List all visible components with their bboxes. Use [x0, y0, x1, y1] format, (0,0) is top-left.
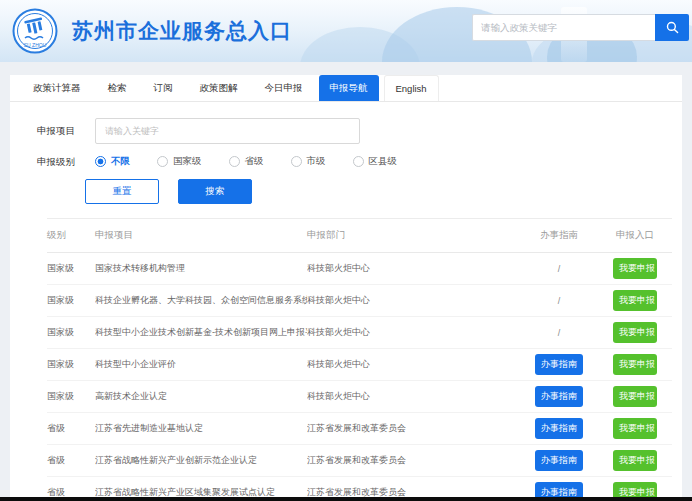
level-radio[interactable]: 国家级: [157, 155, 202, 168]
apply-cell: 我要申报: [598, 290, 672, 311]
reset-button[interactable]: 重置: [85, 179, 159, 204]
apply-cell: 我要申报: [598, 482, 672, 497]
tab-item[interactable]: 今日申报: [254, 75, 314, 101]
filter-form: 申报项目 申报级别 不限国家级省级市级区县级 重置 搜索: [10, 102, 682, 218]
table-row: 国家级高新技术企业认定科技部火炬中心办事指南我要申报: [47, 381, 672, 413]
department-cell: 科技部火炬中心: [307, 262, 520, 275]
radio-label: 国家级: [173, 155, 202, 168]
table-row: 国家级科技型中小企业技术创新基金-技术创新项目网上申报平台科技部火炬中心/我要申…: [47, 317, 672, 349]
guide-button[interactable]: 办事指南: [535, 354, 583, 375]
level-cell: 省级: [47, 486, 95, 497]
search-button[interactable]: 搜索: [178, 179, 252, 204]
column-header: 办事指南: [520, 229, 598, 242]
radio-label: 省级: [245, 155, 264, 168]
project-keyword-input[interactable]: [95, 118, 360, 144]
bottom-edge: [0, 497, 692, 501]
logo-caption: SU ZHOU: [24, 42, 47, 48]
project-cell: 江苏省战略性新兴产业区域集聚发展试点认定: [95, 486, 307, 497]
apply-button[interactable]: 我要申报: [613, 258, 657, 279]
guide-cell: 办事指南: [520, 354, 598, 375]
project-cell: 科技型中小企业评价: [95, 358, 307, 371]
apply-cell: 我要申报: [598, 386, 672, 407]
table-row: 省级江苏省战略性新兴产业区域集聚发展试点认定江苏省发展和改革委员会办事指南我要申…: [47, 477, 672, 497]
site-title: 苏州市企业服务总入口: [72, 17, 292, 45]
level-radio[interactable]: 区县级: [353, 155, 398, 168]
apply-cell: 我要申报: [598, 450, 672, 471]
tab-item[interactable]: English: [384, 75, 439, 101]
guide-button[interactable]: 办事指南: [535, 450, 583, 471]
search-icon: [666, 21, 679, 34]
department-cell: 江苏省发展和改革委员会: [307, 486, 520, 497]
guide-button[interactable]: 办事指南: [535, 418, 583, 439]
column-header: 级别: [47, 229, 95, 242]
table-row: 国家级科技企业孵化器、大学科技园、众创空间信息服务系统科技部火炬中心/我要申报: [47, 285, 672, 317]
tab-item[interactable]: 政策图解: [189, 75, 249, 101]
radio-icon: [95, 156, 106, 167]
level-cell: 国家级: [47, 358, 95, 371]
apply-button[interactable]: 我要申报: [613, 290, 657, 311]
project-cell: 国家技术转移机构管理: [95, 262, 307, 275]
department-cell: 江苏省发展和改革委员会: [307, 454, 520, 467]
department-cell: 科技部火炬中心: [307, 294, 520, 307]
project-cell: 科技企业孵化器、大学科技园、众创空间信息服务系统: [95, 294, 307, 307]
apply-cell: 我要申报: [598, 354, 672, 375]
level-cell: 省级: [47, 454, 95, 467]
table-row: 省级江苏省先进制造业基地认定江苏省发展和改革委员会办事指南我要申报: [47, 413, 672, 445]
tab-item[interactable]: 检索: [97, 75, 138, 101]
guide-cell: 办事指南: [520, 450, 598, 471]
radio-icon: [353, 156, 364, 167]
tab-item[interactable]: 政策计算器: [22, 75, 92, 101]
project-cell: 高新技术企业认定: [95, 390, 307, 403]
project-cell: 科技型中小企业技术创新基金-技术创新项目网上申报平台: [95, 326, 307, 339]
header-spacer: [0, 62, 692, 75]
apply-button[interactable]: 我要申报: [613, 482, 657, 497]
content-card: 政策计算器检索订阅政策图解今日申报申报导航English 申报项目 申报级别 不…: [10, 75, 682, 497]
tab-bar: 政策计算器检索订阅政策图解今日申报申报导航English: [10, 75, 682, 102]
no-guide-text: /: [558, 264, 561, 274]
radio-icon: [157, 156, 168, 167]
guide-button[interactable]: 办事指南: [535, 482, 583, 497]
level-cell: 国家级: [47, 294, 95, 307]
column-header: 申报项目: [95, 229, 307, 242]
table-body: 国家级国家技术转移机构管理科技部火炬中心/我要申报国家级科技企业孵化器、大学科技…: [47, 253, 672, 497]
table-row: 省级江苏省战略性新兴产业创新示范企业认定江苏省发展和改革委员会办事指南我要申报: [47, 445, 672, 477]
radio-icon: [229, 156, 240, 167]
level-label: 申报级别: [37, 156, 95, 169]
project-cell: 江苏省先进制造业基地认定: [95, 422, 307, 435]
apply-cell: 我要申报: [598, 418, 672, 439]
radio-label: 区县级: [369, 155, 398, 168]
suzhou-logo-icon: SU ZHOU: [12, 8, 58, 54]
level-radio[interactable]: 不限: [95, 155, 130, 168]
level-radio[interactable]: 省级: [229, 155, 264, 168]
header-search-button[interactable]: [655, 14, 689, 41]
department-cell: 江苏省发展和改革委员会: [307, 422, 520, 435]
project-label: 申报项目: [37, 125, 95, 138]
level-cell: 省级: [47, 422, 95, 435]
tab-item[interactable]: 订阅: [143, 75, 184, 101]
apply-button[interactable]: 我要申报: [613, 322, 657, 343]
policy-search-input[interactable]: [472, 14, 655, 41]
column-header: 申报部门: [307, 229, 520, 242]
level-radio[interactable]: 市级: [291, 155, 326, 168]
apply-button[interactable]: 我要申报: [613, 386, 657, 407]
column-header: 申报入口: [598, 229, 672, 242]
guide-cell: 办事指南: [520, 482, 598, 497]
no-guide-text: /: [558, 328, 561, 338]
apply-cell: 我要申报: [598, 322, 672, 343]
apply-cell: 我要申报: [598, 258, 672, 279]
department-cell: 科技部火炬中心: [307, 358, 520, 371]
header-search: [472, 14, 689, 41]
department-cell: 科技部火炬中心: [307, 390, 520, 403]
apply-button[interactable]: 我要申报: [613, 450, 657, 471]
tab-item[interactable]: 申报导航: [319, 75, 379, 101]
level-radio-group: 不限国家级省级市级区县级: [95, 153, 424, 171]
radio-icon: [291, 156, 302, 167]
no-guide-text: /: [558, 296, 561, 306]
results-table: 级别申报项目申报部门办事指南申报入口 国家级国家技术转移机构管理科技部火炬中心/…: [47, 218, 672, 497]
guide-button[interactable]: 办事指南: [535, 386, 583, 407]
level-cell: 国家级: [47, 390, 95, 403]
department-cell: 科技部火炬中心: [307, 326, 520, 339]
page: SU ZHOU 苏州市企业服务总入口 政策计算器检索订阅政策图解今日申报申报导航…: [0, 0, 692, 501]
apply-button[interactable]: 我要申报: [613, 418, 657, 439]
apply-button[interactable]: 我要申报: [613, 354, 657, 375]
